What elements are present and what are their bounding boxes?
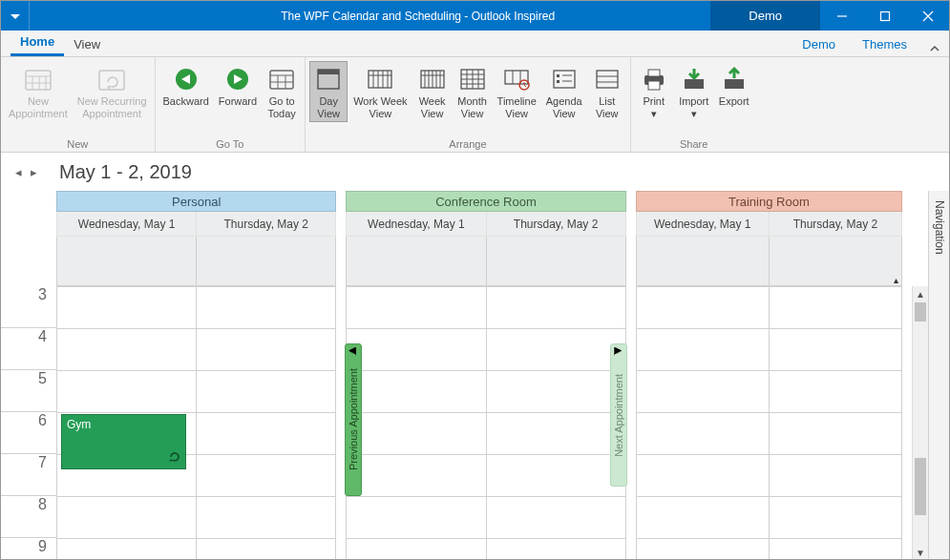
grid-day[interactable] xyxy=(486,286,626,560)
window-title: The WPF Calendar and Scheduling - Outloo… xyxy=(30,10,710,23)
scrollbar-thumb[interactable] xyxy=(915,302,926,321)
quick-access-dropdown[interactable] xyxy=(1,1,30,31)
allday-cell[interactable]: ▴ xyxy=(636,237,770,286)
date-prev-button[interactable]: ◂ xyxy=(15,165,31,179)
day-header[interactable]: Wednesday, May 1 xyxy=(346,212,486,237)
day-header[interactable]: Thursday, May 2 xyxy=(487,212,626,237)
grid-day[interactable] xyxy=(636,286,769,560)
svg-rect-59 xyxy=(648,70,660,76)
tab-view[interactable]: View xyxy=(64,32,110,56)
arrow-right-circle-icon xyxy=(222,66,253,93)
link-themes[interactable]: Themes xyxy=(849,32,920,56)
tab-home[interactable]: Home xyxy=(11,30,64,56)
day-header[interactable]: Thursday, May 2 xyxy=(197,212,336,237)
arrow-left-circle-icon xyxy=(171,66,201,93)
vertical-scrollbar[interactable]: ▲ ▼ xyxy=(912,286,928,560)
titlebar: The WPF Calendar and Scheduling - Outloo… xyxy=(1,1,949,31)
new-recurring-appointment-button[interactable]: New Recurring Appointment xyxy=(74,61,151,122)
time-grid: 3 4 5 6 7 8 9 Gym xyxy=(1,286,928,560)
ribbon-tabs: Home View Demo Themes xyxy=(1,31,949,57)
resource-header-training[interactable]: Training Room xyxy=(636,191,902,212)
grid-col-conference: ⯇ Previous Appointment ⯈ Next Appointmen… xyxy=(346,286,625,560)
scheduler: Personal Wednesday, May 1Thursday, May 2… xyxy=(1,191,949,560)
grid-day[interactable]: Gym xyxy=(56,286,196,560)
svg-rect-44 xyxy=(505,71,528,84)
svg-rect-61 xyxy=(685,79,704,89)
scroll-up-button[interactable]: ▲ xyxy=(913,286,928,302)
week-view-icon xyxy=(417,66,448,93)
list-view-button[interactable]: List View xyxy=(588,61,626,122)
printer-icon xyxy=(639,66,669,93)
close-button[interactable] xyxy=(906,1,949,31)
allday-cell[interactable] xyxy=(487,237,626,286)
allday-cell[interactable] xyxy=(197,237,336,286)
resource-header-row: Personal Wednesday, May 1Thursday, May 2… xyxy=(1,191,928,237)
timeline-view-button[interactable]: Timeline View xyxy=(494,61,540,122)
calendar-today-icon xyxy=(266,66,297,93)
day-view-button[interactable]: Day View xyxy=(309,61,348,122)
previous-appointment-flag[interactable]: ⯇ Previous Appointment xyxy=(345,343,362,496)
timeline-icon xyxy=(501,66,532,93)
allday-cell[interactable] xyxy=(346,237,486,286)
svg-line-49 xyxy=(524,85,526,87)
time-ruler: 3 4 5 6 7 8 9 xyxy=(1,286,56,560)
svg-rect-53 xyxy=(557,80,559,83)
maximize-button[interactable] xyxy=(863,1,906,31)
grid-day[interactable] xyxy=(346,286,485,560)
resource-header-conference[interactable]: Conference Room xyxy=(346,191,625,212)
grid-col-personal: Gym xyxy=(56,286,336,560)
new-appointment-button[interactable]: New Appointment xyxy=(5,61,72,122)
month-view-icon xyxy=(457,66,488,93)
scroll-down-button[interactable]: ▼ xyxy=(913,545,928,560)
work-week-icon xyxy=(365,66,395,93)
chevron-left-icon: ⯇ xyxy=(348,346,358,357)
recurrence-icon xyxy=(168,450,181,467)
svg-rect-23 xyxy=(318,70,339,74)
svg-rect-51 xyxy=(557,74,559,77)
expand-down-icon[interactable]: ▴ xyxy=(894,275,898,285)
appointment-gym[interactable]: Gym xyxy=(61,414,186,469)
day-header[interactable]: Thursday, May 2 xyxy=(770,212,902,237)
allday-cell[interactable] xyxy=(56,237,197,286)
resource-header-personal[interactable]: Personal xyxy=(56,191,336,212)
svg-marker-0 xyxy=(11,14,20,19)
export-button[interactable]: Export xyxy=(715,61,753,110)
import-button[interactable]: Import▾ xyxy=(675,61,713,122)
svg-rect-17 xyxy=(270,71,293,89)
svg-rect-60 xyxy=(648,81,660,90)
calendar-icon xyxy=(23,66,53,93)
ribbon-group-arrange: Day View Work Week View Week View Month … xyxy=(306,57,631,152)
grid-day[interactable] xyxy=(769,286,902,560)
svg-rect-2 xyxy=(880,11,889,20)
ribbon-group-goto: Backward Forward Go to Today Go To xyxy=(156,57,306,152)
svg-rect-5 xyxy=(26,71,51,90)
print-button[interactable]: Print▾ xyxy=(635,61,673,122)
next-appointment-flag[interactable]: ⯈ Next Appointment xyxy=(610,343,627,487)
export-icon xyxy=(719,66,749,93)
minimize-button[interactable] xyxy=(820,1,863,31)
collapse-ribbon-button[interactable] xyxy=(920,43,949,56)
date-next-button[interactable]: ▸ xyxy=(31,165,46,179)
grid-day[interactable] xyxy=(196,286,336,560)
go-to-today-button[interactable]: Go to Today xyxy=(263,61,301,122)
agenda-view-button[interactable]: Agenda View xyxy=(542,61,586,122)
date-range-text: May 1 - 2, 2019 xyxy=(59,161,192,183)
ribbon: New Appointment New Recurring Appointmen… xyxy=(1,57,949,153)
month-view-button[interactable]: Month View xyxy=(454,61,492,122)
navigation-side-panel[interactable]: Navigation xyxy=(928,191,949,560)
work-week-view-button[interactable]: Work Week View xyxy=(349,61,411,122)
scrollbar-thumb[interactable] xyxy=(915,458,926,515)
agenda-icon xyxy=(549,66,580,93)
week-view-button[interactable]: Week View xyxy=(413,61,452,122)
day-header[interactable]: Wednesday, May 1 xyxy=(636,212,770,237)
day-view-icon xyxy=(313,66,344,93)
day-header[interactable]: Wednesday, May 1 xyxy=(56,212,197,237)
list-icon xyxy=(592,66,623,93)
allday-cell[interactable] xyxy=(770,237,902,286)
forward-button[interactable]: Forward xyxy=(215,61,261,110)
allday-row: ▴ xyxy=(1,237,928,286)
ribbon-group-share: Print▾ Import▾ Export Share xyxy=(631,57,757,152)
link-demo[interactable]: Demo xyxy=(789,32,849,56)
backward-button[interactable]: Backward xyxy=(159,61,213,110)
svg-marker-63 xyxy=(169,459,173,462)
